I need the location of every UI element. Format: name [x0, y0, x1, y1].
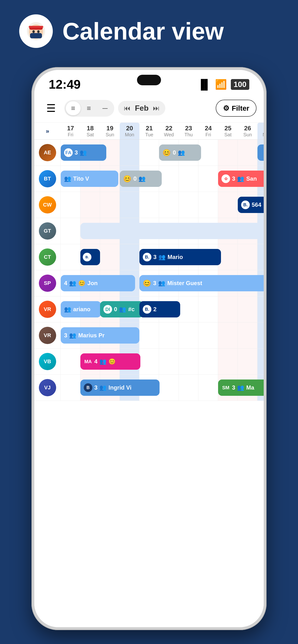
view-btn-1[interactable]: ≡	[66, 101, 81, 115]
day-cell-cw-22[interactable]	[159, 192, 179, 218]
property-row-vb: VB	[34, 348, 264, 375]
booking-vb-ma[interactable]: MA 4 👥 😊	[80, 354, 140, 370]
day-cell-ae-21[interactable]	[139, 140, 159, 166]
day-cell-vr2-25[interactable]	[218, 322, 238, 348]
hamburger-button[interactable]: ☰	[42, 99, 60, 118]
day-cell-vr2-24[interactable]	[198, 322, 218, 348]
day-cell-vr1-24[interactable]	[198, 296, 218, 322]
day-cell-vj-23[interactable]	[179, 375, 198, 400]
day-cell-bt-22[interactable]	[159, 166, 179, 192]
property-row-gt: GT	[34, 218, 264, 244]
day-cell-ct-19[interactable]	[100, 244, 120, 270]
day-cell-vb-27[interactable]	[257, 348, 264, 374]
booking-ae-smiley[interactable]: 😊 0 👥	[159, 144, 201, 161]
day-cell-vr1-23[interactable]	[179, 296, 198, 322]
booking-sp-jon[interactable]: 4 👥 😊 Jon	[61, 275, 135, 291]
day-cell-vj-22[interactable]	[159, 375, 179, 400]
day-cell-cw-17[interactable]	[61, 192, 80, 218]
view-toggle-group: ≡ ≡ ─	[64, 100, 114, 117]
day-cell-cw-18[interactable]	[80, 192, 100, 218]
day-cell-vr2-27[interactable]	[257, 322, 264, 348]
app-logo	[19, 14, 53, 48]
di-icon: DI	[103, 305, 112, 314]
property-row-ae: AE	[34, 140, 264, 166]
avatar-vr2: VR	[39, 327, 56, 344]
day-cell-vr2-26[interactable]	[238, 322, 257, 348]
day-cell-ae-20[interactable]	[120, 140, 139, 166]
booking-bt-tito[interactable]: 👥 Tito V	[61, 170, 118, 187]
property-avatar-cw: CW	[34, 192, 61, 218]
day-cell-vb-17[interactable]	[61, 348, 80, 374]
app-title: Calendar view	[62, 18, 224, 45]
booking-vr1-ariano[interactable]: 👥 ariano	[61, 301, 101, 318]
expand-all-button[interactable]: »	[34, 123, 61, 140]
day-cell-vj-24[interactable]	[198, 375, 218, 400]
day-cell-cw-25[interactable]	[218, 192, 238, 218]
property-avatar-bt: BT	[34, 166, 61, 192]
day-cell-vr2-22[interactable]	[159, 322, 179, 348]
filter-button[interactable]: ⚙ Filter	[216, 100, 256, 117]
day-cell-vb-24[interactable]	[198, 348, 218, 374]
avatar-gt: GT	[39, 222, 56, 240]
property-row-ct: CT	[34, 244, 264, 270]
booking-vr2-marius[interactable]: 3 👥 Marius Pr	[61, 327, 139, 344]
booking-sp-mister[interactable]: 😊 3 👥 Mister Guest	[139, 275, 264, 291]
day-cell-bt-23[interactable]	[179, 166, 198, 192]
date-header-row: » 17 Fri 18 Sat 19 Sun 20 Mon	[34, 123, 264, 140]
day-cell-gt-17[interactable]	[61, 218, 80, 244]
day-cell-vr1-25[interactable]	[218, 296, 238, 322]
day-cell-ae-26[interactable]	[238, 140, 257, 166]
date-col-26: 26 Sun	[238, 123, 257, 140]
property-avatar-vr1: VR	[34, 296, 61, 322]
toolbar: ☰ ≡ ≡ ─ ⏮ Feb ⏭ ⚙ Filter	[34, 94, 264, 123]
sm-icon: SM	[221, 383, 230, 392]
booking-bt-airbnb[interactable]: ✿ 3 👥 San	[218, 170, 264, 187]
calendar-scroll-area[interactable]: AE	[34, 140, 264, 625]
booking-vr1-b[interactable]: B. 2	[139, 301, 180, 318]
day-cell-cw-20[interactable]	[120, 192, 139, 218]
day-cell-cw-19[interactable]	[100, 192, 120, 218]
day-cell-bt-24[interactable]	[198, 166, 218, 192]
day-cell-ae-25[interactable]	[218, 140, 238, 166]
booking-vj-ingrid[interactable]: B 3 👥 Ingrid Vi	[80, 380, 160, 396]
booking-ae-end[interactable]	[257, 144, 264, 161]
day-cell-ct-25[interactable]	[218, 244, 238, 270]
day-cell-vb-21[interactable]	[139, 348, 159, 374]
view-btn-3[interactable]: ─	[97, 101, 113, 115]
day-cell-ct-20[interactable]	[120, 244, 139, 270]
day-cell-vb-22[interactable]	[159, 348, 179, 374]
date-col-18: 18 Sat	[80, 123, 100, 140]
day-cell-cw-24[interactable]	[198, 192, 218, 218]
view-btn-2[interactable]: ≡	[82, 101, 96, 115]
booking-ct-b1[interactable]: B.	[80, 249, 100, 265]
property-avatar-ct: CT	[34, 244, 61, 270]
month-nav-group: ⏮ Feb ⏭	[118, 101, 165, 116]
booking-ct-mario[interactable]: B. 3 👥 Mario	[139, 249, 221, 265]
wifi-icon: 📶	[215, 79, 227, 90]
booking-vj-sm[interactable]: SM 3 👥 Ma	[218, 380, 264, 396]
day-cell-ae-24[interactable]	[198, 140, 218, 166]
booking-gt-blank[interactable]	[80, 223, 264, 239]
day-cell-cw-21[interactable]	[139, 192, 159, 218]
day-cell-vr2-23[interactable]	[179, 322, 198, 348]
ma-icon: MA	[84, 357, 92, 366]
booking-vr1-di[interactable]: DI 0 👥 #c	[100, 301, 143, 318]
day-cell-vb-23[interactable]	[179, 348, 198, 374]
day-cell-ct-27[interactable]	[257, 244, 264, 270]
day-cell-vr1-26[interactable]	[238, 296, 257, 322]
prev-month-button[interactable]: ⏮	[122, 102, 132, 114]
day-cell-vr1-27[interactable]	[257, 296, 264, 322]
day-cell-vb-26[interactable]	[238, 348, 257, 374]
day-cell-cw-23[interactable]	[179, 192, 198, 218]
booking-ae-fa[interactable]: FA 3 👥	[61, 144, 106, 161]
day-cell-vr2-21[interactable]	[139, 322, 159, 348]
day-cell-vj-17[interactable]	[61, 375, 80, 400]
date-col-25: 25 Sat	[218, 123, 238, 140]
day-cell-ct-26[interactable]	[238, 244, 257, 270]
avatar-ct: CT	[39, 248, 56, 266]
booking-bt-smiley[interactable]: 😊 0 👥	[120, 170, 162, 187]
day-cell-vb-25[interactable]	[218, 348, 238, 374]
booking-cw-b[interactable]: B. 564 👥	[238, 197, 264, 213]
next-month-button[interactable]: ⏭	[151, 102, 162, 114]
day-cell-ct-17[interactable]	[61, 244, 80, 270]
